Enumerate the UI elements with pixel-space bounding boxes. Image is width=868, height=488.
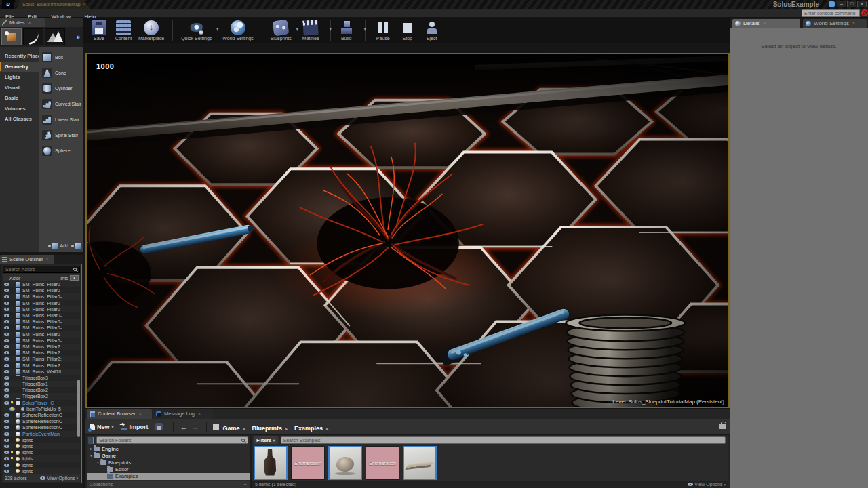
actor-row[interactable]: ▾ SM_Ruins_Pillar0- bbox=[3, 287, 80, 293]
expander-icon[interactable]: ▾ bbox=[89, 453, 94, 458]
paint-mode-button[interactable] bbox=[23, 28, 43, 45]
toolbar-button[interactable]: Eject ▾ bbox=[422, 20, 441, 41]
close-icon[interactable]: × bbox=[46, 257, 49, 262]
details-tab[interactable]: Details× bbox=[732, 19, 800, 28]
actor-row[interactable]: ▾ SphereReflectionC bbox=[3, 412, 80, 418]
visibility-eye-icon[interactable] bbox=[4, 426, 9, 429]
content-browser-tab[interactable]: Content Browser× bbox=[87, 409, 152, 419]
actor-row[interactable]: ▾ SM_Ruins_Pillar2: bbox=[3, 344, 80, 350]
visibility-eye-icon[interactable] bbox=[4, 464, 9, 467]
visibility-eye-icon[interactable] bbox=[4, 314, 9, 317]
visibility-eye-icon[interactable] bbox=[4, 357, 9, 361]
close-icon[interactable]: × bbox=[28, 20, 31, 25]
toolbar-button[interactable]: Build ▾ bbox=[339, 20, 366, 41]
toolbar-button[interactable]: Save ▾ bbox=[90, 20, 108, 41]
visibility-eye-icon[interactable] bbox=[4, 432, 9, 436]
radio-dot-icon[interactable] bbox=[48, 245, 51, 247]
placement-category[interactable]: Visual bbox=[0, 83, 39, 94]
toolbar-button[interactable]: Content ▾ bbox=[114, 20, 133, 41]
toolbar-button[interactable]: Marketplace ▾ bbox=[138, 20, 173, 41]
maximize-button[interactable]: □ bbox=[847, 1, 856, 7]
asset-thumbnail[interactable] bbox=[328, 446, 362, 480]
actor-row[interactable]: ▾ SphereReflectionC bbox=[3, 424, 80, 430]
actor-row[interactable]: ▾ lights bbox=[3, 449, 80, 455]
import-button[interactable]: Import bbox=[121, 424, 149, 430]
placement-category[interactable]: Basic bbox=[0, 93, 39, 104]
breadcrumb-segment[interactable]: Blueprints▸ bbox=[252, 421, 292, 432]
close-icon[interactable]: × bbox=[83, 2, 85, 7]
actor-row[interactable]: ▾ SM_Ruins_Pillar0- bbox=[3, 319, 80, 325]
message-log-tab[interactable]: Message Log× bbox=[153, 409, 213, 419]
landscape-mode-button[interactable] bbox=[45, 28, 65, 45]
path-list-icon[interactable] bbox=[213, 424, 219, 430]
close-icon[interactable]: × bbox=[852, 21, 855, 26]
outliner-view-options[interactable]: View Options ▾ bbox=[40, 476, 78, 481]
asset-thumbnail[interactable] bbox=[254, 446, 288, 480]
visibility-eye-icon[interactable] bbox=[4, 439, 9, 442]
actor-row[interactable]: ▾ SolusPlayer_C bbox=[3, 400, 80, 406]
placement-category[interactable]: All Classes bbox=[0, 114, 39, 125]
content-view-options[interactable]: View Options ▾ bbox=[688, 482, 726, 487]
visibility-eye-icon[interactable] bbox=[4, 320, 9, 323]
visibility-eye-icon[interactable] bbox=[4, 345, 9, 348]
toolbar-button[interactable]: Matinee ▾ bbox=[302, 20, 331, 41]
world-settings-tab[interactable]: World Settings× bbox=[803, 19, 867, 28]
actor-row[interactable]: ▾ lights bbox=[3, 455, 80, 462]
level-document-tab[interactable]: Solus_BlueprintTutorialMap× bbox=[16, 0, 90, 9]
palette-item[interactable]: Linear Stair bbox=[39, 112, 83, 127]
actor-row[interactable]: ▾ TriggerBox2 bbox=[3, 387, 80, 393]
visibility-eye-icon[interactable] bbox=[4, 394, 9, 398]
visibility-eye-icon[interactable] bbox=[9, 407, 15, 411]
modes-tab[interactable]: Modes× bbox=[0, 18, 45, 27]
dropdown-arrow-icon[interactable]: ▾ bbox=[364, 26, 366, 31]
folder-row[interactable]: Examples bbox=[87, 473, 250, 480]
outliner-scrollbar[interactable] bbox=[77, 380, 80, 437]
actor-row[interactable]: ▾ SM_Ruins_Pillar0- bbox=[3, 325, 80, 331]
subtractive-brush-icon[interactable] bbox=[75, 243, 81, 249]
lock-icon[interactable] bbox=[719, 424, 726, 429]
actor-row[interactable]: ▾ SM_Ruins_Pillar2: bbox=[3, 350, 80, 356]
dropdown-arrow-icon[interactable]: ▾ bbox=[216, 26, 218, 31]
toolbar-button[interactable]: Quick Settings ▾ bbox=[181, 20, 217, 41]
minimize-button[interactable]: – bbox=[837, 1, 846, 7]
asset-thumbnail[interactable]: Enumeration bbox=[366, 446, 399, 480]
actor-row[interactable]: ▾ SM_Ruins_Pillar0- bbox=[3, 281, 80, 287]
palette-item[interactable]: Box bbox=[39, 49, 83, 65]
visibility-eye-icon[interactable] bbox=[4, 370, 9, 373]
folder-row[interactable]: Editor bbox=[87, 466, 250, 473]
actor-row[interactable]: ▾ SM_Ruins_Pillar0- bbox=[3, 338, 80, 344]
visibility-eye-icon[interactable] bbox=[4, 283, 9, 286]
actor-row[interactable]: ▾ SM_Ruins_Pillar0- bbox=[3, 312, 80, 319]
console-command-input[interactable] bbox=[802, 9, 860, 17]
actor-row[interactable]: ▾ ParticleEventMan bbox=[3, 431, 80, 437]
scene-outliner-tab[interactable]: Scene Outliner× bbox=[0, 255, 54, 264]
info-dropdown[interactable]: ▾ bbox=[70, 275, 79, 281]
visibility-eye-icon[interactable] bbox=[4, 451, 9, 454]
folder-row[interactable]: ▾ Game bbox=[87, 452, 250, 459]
folder-row[interactable]: ▸ Engine bbox=[87, 445, 250, 452]
place-mode-button[interactable] bbox=[1, 28, 22, 45]
close-window-button[interactable]: × bbox=[857, 1, 867, 7]
expander-icon[interactable]: ▾ bbox=[96, 460, 100, 464]
dropdown-arrow-icon[interactable]: ▾ bbox=[330, 26, 332, 31]
back-button[interactable]: ← bbox=[180, 423, 188, 431]
level-viewport[interactable]: 1000 Level: Solus_BlueprintTutorialMap (… bbox=[85, 53, 730, 408]
visibility-eye-icon[interactable] bbox=[4, 376, 9, 380]
actor-row[interactable]: ▾ SM_Ruins_Pillar0- bbox=[3, 306, 80, 312]
actor-row[interactable]: ▾ SM_Ruins_Pillar0- bbox=[3, 331, 80, 338]
actor-row[interactable]: ▾ lights bbox=[3, 462, 80, 468]
placement-category[interactable]: Recently Placed bbox=[0, 51, 39, 62]
folder-row[interactable]: ▾ Blueprints bbox=[87, 459, 250, 466]
actor-row[interactable]: ▾ lights bbox=[3, 437, 80, 443]
new-asset-button[interactable]: New ▾ bbox=[90, 424, 114, 430]
folder-search-input[interactable] bbox=[97, 438, 241, 443]
palette-item[interactable]: Cone bbox=[39, 65, 83, 81]
save-all-icon[interactable] bbox=[155, 423, 163, 430]
visibility-eye-icon[interactable] bbox=[4, 420, 9, 423]
dropdown-arrow-icon[interactable]: ▾ bbox=[296, 26, 298, 31]
radio-dot-icon[interactable] bbox=[71, 245, 74, 247]
palette-item[interactable]: Spiral Stair bbox=[39, 127, 83, 143]
actor-row[interactable]: ▾ SM_Ruins_Pillar0- bbox=[3, 300, 80, 306]
placement-category[interactable]: Lights bbox=[0, 72, 39, 83]
actor-column-header[interactable]: Actor bbox=[3, 276, 20, 281]
